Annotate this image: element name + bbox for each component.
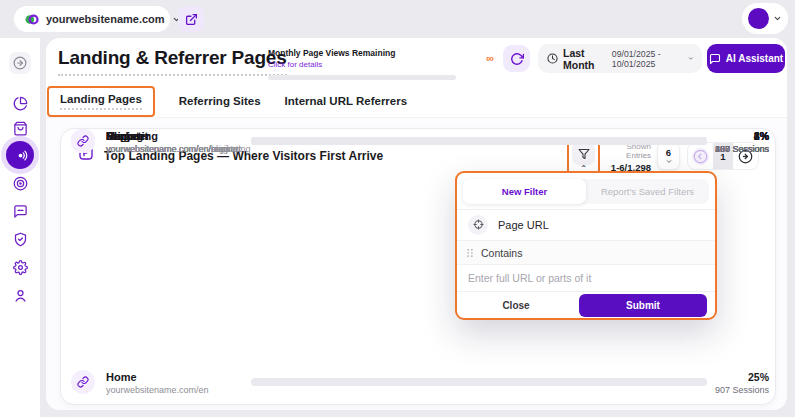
ai-assistant-label: AI Assistant bbox=[726, 53, 783, 64]
sidebar-item-profile[interactable] bbox=[9, 284, 31, 306]
date-range-label: 09/01/2025 - 10/01/2025 bbox=[612, 49, 693, 69]
filter-operator-selector[interactable]: Contains bbox=[457, 240, 715, 265]
filter-operator-label: Contains bbox=[481, 247, 522, 259]
chevron-down-icon bbox=[688, 55, 693, 62]
site-selector[interactable]: yourwebsitename.com bbox=[14, 6, 170, 32]
gear-icon bbox=[13, 260, 28, 275]
site-favicon bbox=[24, 12, 39, 27]
filter-popup-footer: Close Submit bbox=[457, 292, 715, 318]
sidebar bbox=[0, 38, 40, 417]
sessions-bar bbox=[251, 137, 707, 145]
grid-handle-icon bbox=[466, 248, 474, 258]
tab-referring-sites[interactable]: Referring Sites bbox=[179, 95, 261, 107]
percent-value: 1% bbox=[754, 130, 769, 142]
shield-check-icon bbox=[13, 232, 28, 247]
sidebar-item-security[interactable] bbox=[9, 228, 31, 250]
topbar: yourwebsitename.com bbox=[0, 0, 795, 38]
monthly-views-widget: Monthly Page Views Remaining Click for d… bbox=[268, 48, 458, 80]
refresh-button[interactable] bbox=[503, 45, 530, 72]
chat-icon bbox=[709, 53, 721, 65]
date-preset-label: Last Month bbox=[563, 47, 607, 71]
table-row[interactable]: Home yourwebsitename.com/en 25% 907 Sess… bbox=[61, 370, 777, 404]
sessions-value: 907 Sessions bbox=[715, 385, 769, 395]
crosshair-icon bbox=[468, 215, 488, 235]
avatar bbox=[748, 8, 769, 29]
sidebar-item-settings[interactable] bbox=[9, 256, 31, 278]
refresh-icon bbox=[510, 52, 524, 66]
filter-url-input[interactable] bbox=[457, 265, 715, 292]
pie-chart-icon bbox=[13, 96, 28, 111]
filter-field-label: Page URL bbox=[498, 219, 549, 231]
annotation-box-landing-pages: Landing Pages bbox=[47, 86, 155, 117]
open-site-button[interactable] bbox=[178, 6, 204, 32]
page-title: Landing & Referrer Pages bbox=[58, 47, 287, 76]
ai-assistant-button[interactable]: AI Assistant bbox=[707, 44, 785, 73]
percent-value: 25% bbox=[748, 371, 769, 383]
sessions-bar bbox=[251, 378, 707, 386]
chat-bubble-icon bbox=[13, 204, 28, 219]
tab-new-filter[interactable]: New Filter bbox=[463, 179, 586, 204]
page-url: yourwebsitename.com/en/blog bbox=[106, 144, 228, 154]
filter-popup-tabs: New Filter Report's Saved Filters bbox=[463, 179, 709, 204]
sidebar-item-messages[interactable] bbox=[9, 200, 31, 222]
submit-button[interactable]: Submit bbox=[579, 294, 707, 317]
sidebar-item-traffic-active[interactable] bbox=[6, 141, 34, 169]
sessions-value: 127 Sessions bbox=[715, 144, 769, 154]
external-link-icon bbox=[185, 13, 198, 26]
tab-landing-pages[interactable]: Landing Pages bbox=[60, 93, 142, 110]
radar-icon bbox=[13, 148, 28, 163]
link-icon bbox=[71, 129, 95, 153]
page-name: Blog bbox=[106, 130, 130, 142]
date-range-picker[interactable]: Last Month 09/01/2025 - 10/01/2025 bbox=[538, 44, 702, 73]
table-row[interactable]: Blog yourwebsitename.com/en/blog 1% 127 … bbox=[61, 129, 777, 163]
monthly-views-progressbar bbox=[268, 75, 456, 80]
sidebar-item-store[interactable] bbox=[9, 117, 31, 139]
target-icon bbox=[13, 176, 28, 191]
tab-internal-url-referrers[interactable]: Internal URL Referrers bbox=[285, 95, 408, 107]
shopping-bag-icon bbox=[13, 121, 28, 136]
chevron-down-icon bbox=[773, 14, 782, 23]
page-name: Home bbox=[106, 371, 137, 383]
report-tabs: Landing Pages Referring Sites Internal U… bbox=[46, 87, 407, 115]
sidebar-item-goals[interactable] bbox=[9, 172, 31, 194]
site-name: yourwebsitename.com bbox=[46, 13, 165, 25]
sidebar-item-analytics[interactable] bbox=[9, 92, 31, 114]
filter-field-selector[interactable]: Page URL bbox=[457, 210, 715, 239]
monthly-views-details-link[interactable]: Click for details bbox=[268, 60, 458, 69]
user-pin-icon bbox=[13, 288, 28, 303]
link-icon bbox=[71, 370, 95, 394]
monthly-views-label: Monthly Page Views Remaining bbox=[268, 48, 458, 58]
filter-popup: New Filter Report's Saved Filters Page U… bbox=[455, 171, 717, 320]
tab-saved-filters[interactable]: Report's Saved Filters bbox=[586, 179, 709, 204]
page-url: yourwebsitename.com/en bbox=[106, 385, 209, 395]
infinity-quota-label: ∞ bbox=[486, 52, 494, 64]
expand-sidebar-icon[interactable] bbox=[9, 52, 31, 74]
user-menu[interactable] bbox=[742, 3, 788, 34]
close-button[interactable]: Close bbox=[457, 300, 575, 311]
app-window: yourwebsitename.com bbox=[0, 0, 795, 417]
clock-icon bbox=[547, 53, 558, 64]
